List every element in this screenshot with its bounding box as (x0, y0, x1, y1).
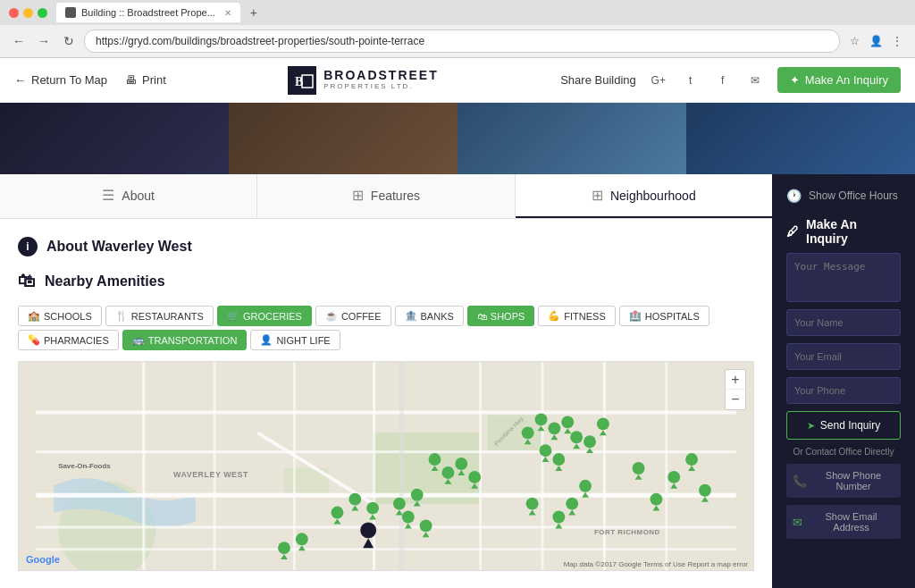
filter-restaurants-label: RESTAURANTS (131, 311, 204, 322)
about-tab-icon: ☰ (102, 187, 114, 204)
about-waverley-heading: i About Waverley West (18, 237, 754, 256)
inquiry-sidebar-icon: 🖊 (786, 224, 799, 239)
map-container[interactable]: WAVERLEY WEST FORT RICHMOND Save-On-Food… (18, 361, 754, 571)
map-footer-text: Map data ©2017 Google Terms of Use Repor… (564, 560, 748, 568)
header-right: Share Building G+ t f ✉ ✦ Make An Inquir… (560, 67, 901, 93)
back-nav-button[interactable]: ← (9, 31, 29, 51)
tab-close-icon[interactable]: ✕ (224, 8, 231, 18)
filter-banks-label: BANKS (421, 311, 454, 322)
reload-nav-button[interactable]: ↻ (59, 31, 79, 51)
filter-transportation[interactable]: 🚌 TRANSPORTATION (122, 330, 248, 350)
filter-groceries-label: GROCERIES (243, 311, 302, 322)
filter-transportation-label: TRANSPORTATION (148, 335, 238, 346)
svg-point-71 (278, 542, 290, 554)
inquiry-section: 🖊 Make An Inquiry ➤ Send Inquiry Or Cont… (786, 217, 901, 539)
print-icon: 🖶 (125, 73, 137, 87)
email-field[interactable] (786, 343, 901, 370)
filter-fitness-label: FITNESS (564, 311, 605, 322)
logo-text: BROADSTREET PROPERTIES LTD. (323, 69, 439, 90)
map-zoom-controls: + − (725, 369, 746, 410)
show-email-button[interactable]: ✉ Show Email Address (786, 505, 901, 539)
svg-point-29 (548, 422, 560, 434)
filter-banks[interactable]: 🏦 BANKS (395, 306, 464, 326)
new-tab-button[interactable]: + (244, 3, 264, 22)
map-svg: WAVERLEY WEST FORT RICHMOND Save-On-Food… (19, 362, 753, 570)
svg-point-59 (393, 498, 406, 510)
filter-hospitals[interactable]: 🏥 HOSPITALS (619, 306, 709, 326)
minimize-dot[interactable] (23, 8, 33, 18)
tab-favicon (65, 7, 76, 18)
logo-icon: B (288, 66, 316, 95)
svg-rect-12 (36, 548, 735, 550)
tab-neighbourhood[interactable]: ⊞ Neighbourhood (516, 174, 772, 218)
bag-icon: 🛍 (18, 271, 36, 291)
filter-pharmacies[interactable]: 💊 PHARMACIES (18, 330, 119, 350)
inquiry-label: Make An Inquiry (805, 73, 888, 87)
email-share-icon[interactable]: ✉ (745, 71, 765, 90)
header-left: ← Return To Map 🖶 Print (14, 73, 166, 87)
twitter-icon[interactable]: t (681, 71, 701, 90)
filter-shops[interactable]: 🛍 SHOPS (467, 306, 535, 326)
message-field[interactable] (786, 253, 901, 302)
filter-nightlife[interactable]: 👤 NIGHT LIFE (250, 330, 340, 350)
forward-nav-button[interactable]: → (34, 31, 54, 51)
filter-groceries[interactable]: 🛒 GROCERIES (217, 306, 312, 326)
show-office-hours-button[interactable]: 🕐 Show Office Hours (786, 189, 901, 203)
browser-tab[interactable]: Building :: Broadstreet Prope... ✕ (56, 3, 240, 22)
bookmark-icon[interactable]: ☆ (845, 32, 863, 50)
send-inquiry-button[interactable]: ➤ Send Inquiry (786, 411, 901, 440)
google-plus-icon[interactable]: G+ (649, 71, 668, 90)
svg-point-51 (468, 471, 481, 483)
filter-schools[interactable]: 🏫 SCHOOLS (18, 306, 102, 326)
name-field[interactable] (786, 309, 901, 336)
menu-icon[interactable]: ⋮ (888, 32, 906, 50)
svg-rect-17 (399, 362, 404, 570)
hero-image-4 (686, 103, 915, 174)
svg-rect-18 (479, 362, 482, 570)
features-tab-icon: ⊞ (352, 187, 364, 204)
zoom-in-button[interactable]: + (726, 370, 745, 390)
phone-field[interactable] (786, 377, 901, 404)
filter-restaurants[interactable]: 🍴 RESTAURANTS (105, 306, 214, 326)
svg-point-89 (699, 484, 711, 497)
tab-about[interactable]: ☰ About (0, 174, 257, 218)
send-inquiry-label: Send Inquiry (820, 419, 880, 432)
close-dot[interactable] (9, 8, 19, 18)
filter-pharmacies-label: PHARMACIES (44, 335, 109, 346)
zoom-out-button[interactable]: − (726, 390, 745, 409)
shops-icon: 🛍 (477, 311, 487, 322)
app-header: ← Return To Map 🖶 Print B BROADSTREET PR… (0, 58, 915, 103)
svg-rect-14 (214, 362, 216, 570)
print-button[interactable]: 🖶 Print (125, 73, 166, 87)
groceries-icon: 🛒 (227, 310, 239, 322)
map-footer: Map data ©2017 Google Terms of Use Repor… (564, 560, 748, 568)
svg-point-27 (535, 414, 548, 426)
back-label: Return To Map (31, 73, 107, 87)
content-area: ☰ About ⊞ Features ⊞ Neighbourhood i Abo… (0, 174, 772, 588)
tab-features[interactable]: ⊞ Features (257, 174, 515, 218)
fullscreen-dot[interactable] (38, 8, 47, 18)
sidebar: 🕐 Show Office Hours 🖊 Make An Inquiry ➤ … (772, 174, 915, 588)
facebook-icon[interactable]: f (713, 71, 733, 90)
return-to-map-button[interactable]: ← Return To Map (14, 73, 107, 87)
user-icon[interactable]: 👤 (867, 32, 885, 50)
browser-toolbar: ← → ↻ https://gryd.com/buildings/broadst… (0, 25, 915, 57)
svg-point-73 (552, 511, 565, 524)
svg-point-65 (420, 519, 432, 532)
address-bar[interactable]: https://gryd.com/buildings/broadstreet-p… (84, 29, 840, 53)
show-email-label: Show Email Address (808, 511, 894, 533)
svg-point-47 (441, 466, 454, 479)
make-inquiry-sidebar-label: Make An Inquiry (806, 217, 901, 246)
show-phone-label: Show Phone Number (812, 470, 894, 491)
svg-rect-21 (665, 362, 667, 570)
filter-fitness[interactable]: 💪 FITNESS (538, 306, 615, 326)
filter-coffee[interactable]: ☕ COFFEE (315, 306, 391, 326)
inquiry-icon: ✦ (790, 73, 800, 87)
show-phone-button[interactable]: 📞 Show Phone Number (786, 464, 901, 498)
show-office-hours-label: Show Office Hours (809, 189, 898, 202)
svg-point-35 (570, 431, 583, 443)
svg-point-55 (348, 493, 361, 506)
svg-point-81 (633, 462, 645, 475)
make-inquiry-button[interactable]: ✦ Make An Inquiry (777, 67, 901, 93)
filter-coffee-label: COFFEE (341, 311, 382, 322)
